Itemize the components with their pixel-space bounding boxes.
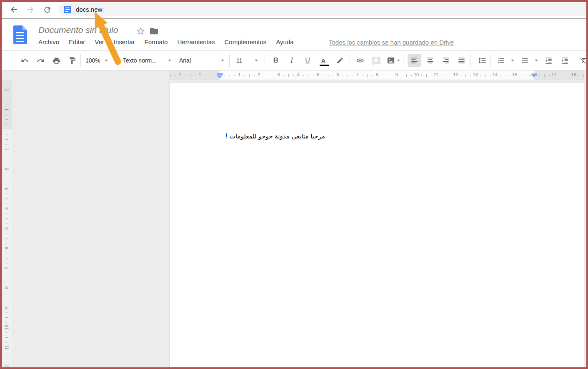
ruler-tick (190, 74, 190, 77)
back-button[interactable] (8, 4, 20, 15)
ruler-tick (254, 75, 255, 76)
ruler-tick (6, 342, 7, 343)
menu-ayuda[interactable]: Ayuda (276, 38, 293, 45)
ruler-tick (6, 233, 7, 233)
menu-herramientas[interactable]: Herramientas (177, 38, 215, 45)
font-value: Arial (179, 57, 191, 64)
menu-ver[interactable]: Ver (95, 38, 104, 45)
move-to-folder-button[interactable] (149, 26, 159, 36)
ruler-tick (564, 74, 564, 77)
font-size-select[interactable]: 11 (236, 54, 258, 67)
clear-formatting-button[interactable] (577, 54, 586, 67)
ruler-number: 8 (4, 284, 9, 292)
underline-button[interactable]: U (301, 54, 314, 67)
menu-formato[interactable]: Formato (145, 38, 168, 45)
menu-complementos[interactable]: Complementos (224, 38, 266, 45)
ruler-tick (426, 74, 427, 77)
align-right-button[interactable] (439, 54, 452, 67)
ruler-tick (5, 179, 8, 179)
bold-icon: B (273, 56, 278, 65)
url-text[interactable]: docs.new (76, 6, 102, 13)
horizontal-ruler[interactable]: 21123456789101112131415161718 (2, 70, 586, 80)
ruler-number: 4 (297, 72, 300, 77)
first-line-indent-marker[interactable] (217, 75, 223, 78)
vertical-ruler[interactable]: 21123456789101112 (2, 80, 12, 367)
ruler-number: 14 (493, 72, 498, 77)
ruler-number: 12 (4, 363, 9, 367)
ruler-number: 2 (258, 72, 260, 77)
print-button[interactable] (50, 54, 63, 67)
undo-icon (21, 57, 29, 65)
document-text[interactable]: ! مرحبا متابعي مدونة حوحو للمعلومات (225, 133, 325, 140)
ruler-tick (6, 352, 7, 352)
ruler-tick (387, 74, 387, 77)
ruler-tick (6, 134, 7, 135)
text-color-button[interactable]: A (317, 54, 330, 67)
align-justify-icon (458, 57, 465, 65)
numbered-list-icon (497, 57, 505, 65)
ruler-tick (441, 75, 441, 76)
ruler-tick (446, 74, 446, 77)
ruler-tick (480, 75, 480, 76)
insert-link-button[interactable] (353, 54, 367, 67)
saved-status[interactable]: Todos los cambios se han guardado en Dri… (329, 39, 454, 46)
ruler-tick (6, 322, 7, 323)
bulleted-list-dropdown-arrow[interactable] (535, 60, 538, 61)
ruler-tick (348, 74, 348, 77)
ruler-tick (6, 95, 7, 95)
document-page[interactable]: ! مرحبا متابعي مدونة حوحو للمعلومات (169, 83, 584, 367)
ruler-number: 1 (4, 145, 9, 153)
undo-button[interactable] (18, 54, 31, 67)
ruler-tick (372, 75, 373, 76)
reload-button[interactable] (41, 4, 53, 15)
line-spacing-button[interactable] (475, 54, 489, 67)
ruler-tick (230, 74, 230, 77)
insert-image-button[interactable] (384, 54, 398, 67)
star-button[interactable] (136, 26, 145, 36)
ruler-tick (465, 74, 466, 77)
ruler-tick (5, 198, 8, 199)
ruler-tick (382, 75, 382, 76)
zoom-select[interactable]: 100% (85, 54, 108, 67)
menu-archivo[interactable]: Archivo (38, 38, 59, 45)
ruler-tick (215, 75, 215, 76)
ruler-tick (343, 75, 343, 76)
italic-icon: I (290, 56, 293, 65)
ruler-number: 6 (336, 72, 339, 77)
align-center-button[interactable] (423, 54, 437, 67)
docs-logo-icon[interactable] (13, 25, 27, 44)
ruler-tick (264, 75, 264, 76)
font-select[interactable]: Arial (179, 54, 224, 67)
ruler-tick (6, 362, 7, 362)
document-title[interactable]: Documento sin título (38, 25, 118, 35)
align-left-button[interactable] (408, 54, 421, 67)
increase-indent-button[interactable] (558, 54, 571, 67)
print-icon (53, 57, 60, 65)
redo-icon (37, 57, 45, 65)
highlight-color-button[interactable] (333, 54, 347, 67)
decrease-indent-button[interactable] (542, 54, 555, 67)
menu-insertar[interactable]: Insertar (114, 38, 135, 45)
ruler-tick (549, 75, 550, 76)
ruler-number: 9 (395, 72, 398, 77)
bulleted-list-button[interactable] (518, 54, 531, 67)
ruler-tick (185, 75, 185, 76)
address-bar[interactable]: docs.new (58, 3, 586, 16)
ruler-tick (6, 105, 7, 105)
ruler-tick (539, 75, 540, 76)
align-justify-button[interactable] (455, 54, 468, 67)
image-dropdown-arrow[interactable] (397, 60, 400, 61)
bold-button[interactable]: B (269, 54, 283, 67)
italic-button[interactable]: I (285, 54, 298, 67)
forward-button[interactable] (25, 4, 36, 15)
ruler-number: 10 (4, 323, 9, 331)
numbered-list-button[interactable] (494, 54, 508, 67)
insert-comment-button[interactable] (369, 54, 383, 67)
ruler-tick (6, 124, 7, 125)
menu-editar[interactable]: Editar (69, 38, 85, 45)
redo-button[interactable] (34, 54, 47, 67)
paint-format-button[interactable] (65, 54, 79, 67)
left-indent-marker[interactable] (217, 73, 223, 75)
numbered-list-dropdown-arrow[interactable] (511, 60, 514, 61)
paragraph-style-select[interactable]: Texto norm... (123, 54, 171, 67)
